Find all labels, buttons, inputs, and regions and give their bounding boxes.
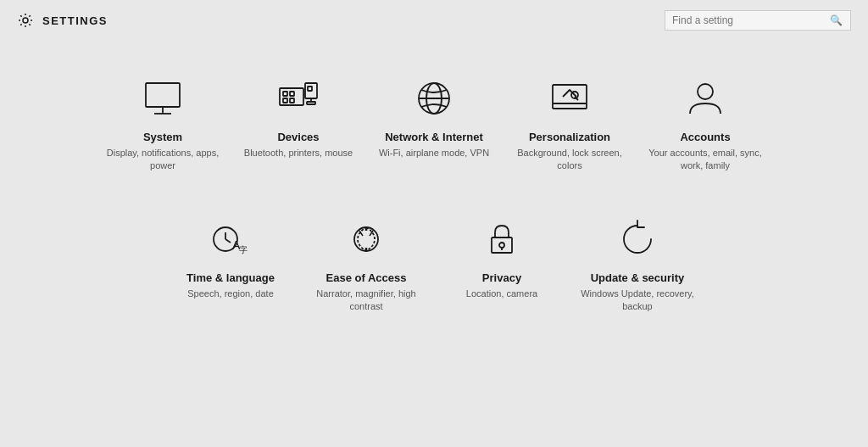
setting-item-accounts[interactable]: Accounts Your accounts, email, sync, wor…	[637, 58, 773, 190]
accounts-icon	[682, 75, 729, 122]
settings-row-2: A 字 Time & language Speech, region, date…	[163, 198, 705, 331]
accounts-title: Accounts	[680, 131, 730, 143]
search-icon: 🔍	[830, 14, 843, 26]
svg-point-0	[23, 18, 28, 23]
svg-rect-7	[283, 98, 287, 103]
network-icon	[410, 75, 458, 122]
app-title: SETTINGS	[42, 14, 108, 27]
setting-item-network[interactable]: Network & Internet Wi-Fi, airplane mode,…	[366, 58, 502, 190]
personalization-icon	[546, 75, 593, 122]
setting-item-personalization[interactable]: Personalization Background, lock screen,…	[502, 58, 637, 190]
update-icon	[614, 215, 661, 263]
privacy-title: Privacy	[482, 271, 521, 284]
devices-icon	[275, 75, 322, 122]
search-input[interactable]	[672, 14, 825, 26]
ease-title: Ease of Access	[326, 271, 407, 284]
ease-icon	[342, 215, 390, 263]
svg-point-21	[698, 84, 713, 99]
search-box[interactable]: 🔍	[665, 10, 851, 31]
settings-grid: System Display, notifications, apps, pow…	[0, 41, 868, 348]
devices-desc: Bluetooth, printers, mouse	[244, 147, 353, 159]
svg-text:字: 字	[239, 245, 248, 254]
update-desc: Windows Update, recovery, backup	[578, 288, 697, 314]
time-icon: A 字	[207, 215, 254, 263]
devices-title: Devices	[277, 131, 319, 143]
svg-point-31	[499, 243, 504, 248]
time-desc: Speech, region, date	[187, 288, 274, 300]
ease-desc: Narrator, magnifier, high contrast	[307, 288, 426, 314]
network-desc: Wi-Fi, airplane mode, VPN	[379, 147, 489, 159]
accounts-desc: Your accounts, email, sync, work, family	[646, 147, 765, 173]
settings-gear-icon	[17, 12, 34, 29]
setting-item-ease[interactable]: Ease of Access Narrator, magnifier, high…	[298, 198, 434, 331]
svg-rect-10	[308, 87, 312, 91]
header-left: SETTINGS	[17, 12, 108, 29]
setting-item-update[interactable]: Update & security Windows Update, recove…	[570, 198, 705, 331]
setting-item-system[interactable]: System Display, notifications, apps, pow…	[95, 58, 231, 190]
system-desc: Display, notifications, apps, power	[103, 147, 222, 173]
setting-item-privacy[interactable]: Privacy Location, camera	[434, 198, 570, 331]
time-title: Time & language	[186, 271, 275, 284]
settings-row-1: System Display, notifications, apps, pow…	[95, 58, 773, 190]
system-icon	[139, 75, 186, 122]
svg-line-24	[225, 239, 231, 243]
update-title: Update & security	[591, 271, 685, 284]
setting-item-time[interactable]: A 字 Time & language Speech, region, date	[163, 198, 298, 331]
setting-item-devices[interactable]: Devices Bluetooth, printers, mouse	[231, 58, 366, 190]
svg-rect-30	[492, 237, 512, 253]
privacy-icon	[478, 215, 526, 263]
privacy-desc: Location, camera	[466, 288, 537, 300]
svg-rect-8	[290, 98, 294, 103]
system-title: System	[143, 131, 182, 143]
app-header: SETTINGS 🔍	[0, 0, 868, 41]
network-title: Network & Internet	[385, 131, 483, 143]
svg-rect-16	[553, 85, 587, 109]
svg-rect-6	[290, 92, 294, 96]
svg-rect-12	[307, 102, 315, 104]
personalization-title: Personalization	[529, 131, 610, 143]
personalization-desc: Background, lock screen, colors	[510, 147, 629, 173]
svg-rect-1	[146, 83, 180, 107]
svg-rect-5	[283, 92, 287, 96]
